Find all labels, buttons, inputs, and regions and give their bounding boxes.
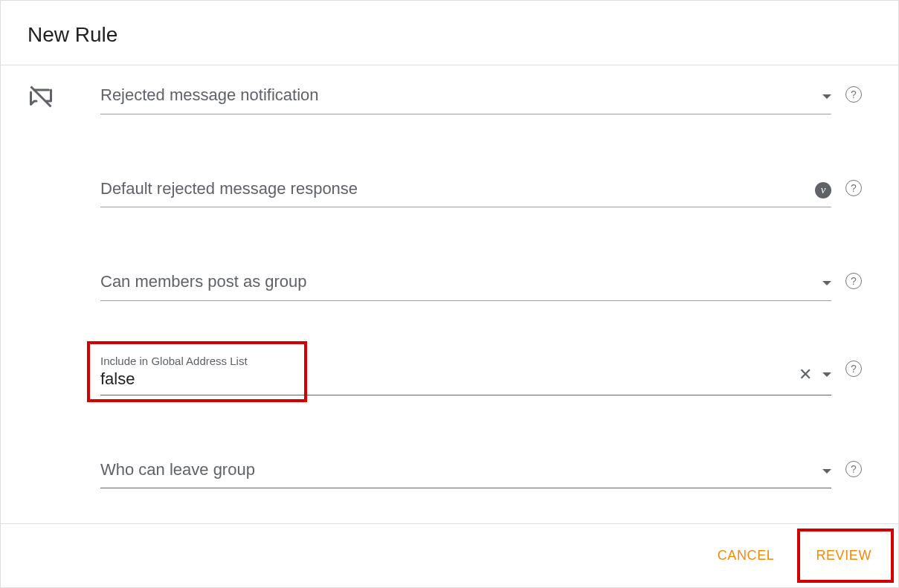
help-icon[interactable]: ?: [845, 461, 862, 477]
help-icon[interactable]: ?: [845, 361, 862, 377]
field-row-who-can-leave: Who can leave group ?: [28, 455, 898, 489]
dialog-title: New Rule: [28, 23, 871, 47]
field-who-can-leave[interactable]: Who can leave group: [100, 455, 831, 489]
field-label: Rejected message notification: [100, 80, 831, 114]
field-label: Default rejected message response: [100, 174, 831, 207]
field-label: Who can leave group: [100, 455, 831, 488]
review-button[interactable]: REVIEW: [798, 539, 889, 572]
clear-icon[interactable]: ✕: [799, 366, 812, 383]
field-row-post-as-group: Can members post as group ?: [28, 267, 898, 301]
field-label: Can members post as group: [100, 267, 831, 300]
dialog-footer: CANCEL REVIEW: [1, 523, 898, 587]
variable-badge-icon[interactable]: v: [815, 182, 831, 198]
chevron-down-icon[interactable]: [822, 281, 831, 285]
field-rejected-notification[interactable]: Rejected message notification: [100, 80, 831, 114]
field-row-default-rejected-response: Default rejected message response v ?: [28, 174, 898, 208]
chevron-down-icon[interactable]: [822, 94, 831, 99]
field-include-gal[interactable]: Include in Global Address List false ✕: [100, 355, 831, 395]
help-icon[interactable]: ?: [845, 273, 862, 289]
cancel-button[interactable]: CANCEL: [700, 539, 793, 572]
new-rule-dialog: New Rule Rejected message notification: [0, 0, 899, 588]
field-value: false: [100, 369, 831, 395]
dialog-body[interactable]: Rejected message notification ? Default …: [1, 65, 898, 523]
chat-off-icon: [28, 100, 54, 112]
chevron-down-icon[interactable]: [822, 469, 831, 474]
field-small-label: Include in Global Address List: [100, 355, 831, 369]
field-row-rejected-notification: Rejected message notification ?: [28, 80, 898, 114]
help-icon[interactable]: ?: [845, 86, 862, 103]
field-row-include-gal: Include in Global Address List false ✕ ?: [28, 355, 898, 395]
dialog-header: New Rule: [1, 1, 898, 65]
field-default-rejected-response[interactable]: Default rejected message response v: [100, 174, 831, 208]
field-post-as-group[interactable]: Can members post as group: [100, 267, 831, 301]
left-icon-column: [28, 80, 100, 113]
chevron-down-icon[interactable]: [822, 372, 831, 377]
help-icon[interactable]: ?: [845, 180, 862, 196]
